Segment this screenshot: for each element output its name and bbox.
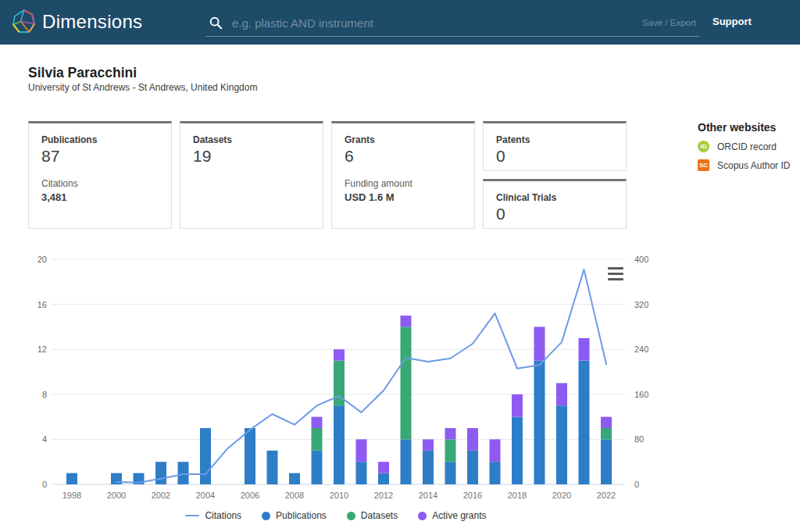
patents-label: Patents [496, 134, 613, 145]
bar-datasets-2013 [401, 327, 412, 439]
svg-text:2020: 2020 [552, 491, 571, 500]
bar-publications-2004 [200, 428, 211, 484]
stacked-bars[interactable] [66, 316, 612, 484]
bar-active-grants-2016 [467, 428, 478, 451]
clinical-trials-card: Clinical Trials 0 [483, 179, 627, 229]
bar-publications-2002 [155, 462, 166, 484]
researcher-affiliation: University of St Andrews - St Andrews, U… [28, 82, 257, 93]
bar-datasets-2009 [312, 428, 323, 451]
dot-swatch-publications [262, 512, 270, 520]
legend-label: Citations [205, 510, 241, 521]
svg-text:2002: 2002 [152, 491, 170, 500]
chart-menu-icon[interactable] [608, 267, 623, 280]
legend-label: Publications [276, 510, 327, 521]
grants-label: Grants [345, 134, 462, 145]
dimensions-profile-page: Dimensions Save / Export Support Silvia … [0, 0, 800, 532]
chart-legend: CitationsPublicationsDatasetsActive gran… [23, 510, 648, 521]
citations-count: 3,481 [41, 191, 159, 203]
bar-publications-2017 [490, 462, 501, 484]
save-export-link[interactable]: Save / Export [642, 18, 696, 27]
clinical-trials-count: 0 [496, 205, 613, 223]
bar-publications-2008 [289, 473, 300, 484]
publications-label: Publications [41, 134, 159, 145]
search-input[interactable] [232, 16, 642, 30]
bar-publications-1998 [66, 473, 77, 484]
svg-text:4: 4 [42, 434, 47, 444]
scopus-author-link[interactable]: SC Scopus Author ID [698, 159, 795, 171]
legend-item-datasets[interactable]: Datasets [347, 510, 398, 521]
bar-active-grants-2015 [445, 428, 456, 439]
bar-active-grants-2010 [334, 349, 345, 360]
dimensions-logo[interactable]: Dimensions [11, 9, 142, 34]
bar-publications-2016 [467, 451, 478, 484]
search-bar: Save / Export [205, 9, 699, 37]
svg-text:2000: 2000 [107, 491, 126, 500]
svg-text:20: 20 [38, 255, 47, 264]
bar-active-grants-2021 [579, 338, 590, 361]
svg-text:160: 160 [634, 390, 648, 399]
bar-publications-2006 [245, 428, 255, 484]
publications-card: Publications 87 Citations 3,481 [28, 121, 172, 229]
funding-label: Funding amount [345, 178, 462, 189]
scopus-icon: SC [698, 159, 709, 171]
combo-chart-svg: 0048081601224016320204001998200020022004… [23, 254, 648, 505]
bar-publications-2003 [178, 462, 189, 484]
bar-active-grants-2019 [534, 327, 545, 360]
bar-active-grants-2014 [423, 439, 434, 450]
svg-text:2008: 2008 [285, 491, 304, 500]
line-swatch-citations [185, 515, 199, 517]
dot-swatch-datasets [347, 512, 355, 520]
brand-name: Dimensions [42, 11, 142, 33]
svg-text:2014: 2014 [419, 491, 438, 500]
svg-text:2004: 2004 [196, 491, 215, 500]
x-axis-labels: 1998200020022004200620082010201220142016… [62, 491, 616, 500]
svg-text:16: 16 [38, 300, 47, 309]
svg-text:240: 240 [634, 345, 648, 354]
bar-publications-2009 [312, 451, 323, 484]
bar-publications-2014 [423, 451, 434, 484]
svg-text:0: 0 [634, 480, 639, 489]
research-output-chart: 0048081601224016320204001998200020022004… [23, 254, 648, 529]
svg-text:2016: 2016 [463, 491, 482, 500]
legend-label: Active grants [432, 510, 486, 521]
datasets-label: Datasets [193, 134, 310, 145]
svg-text:1998: 1998 [62, 491, 81, 500]
legend-item-publications[interactable]: Publications [262, 510, 327, 521]
legend-item-citations[interactable]: Citations [185, 510, 241, 521]
bar-publications-2015 [445, 462, 456, 484]
svg-text:2018: 2018 [508, 491, 527, 500]
orcid-icon: iD [698, 141, 709, 152]
bar-active-grants-2017 [490, 439, 501, 462]
svg-text:2006: 2006 [241, 491, 259, 500]
bar-publications-2019 [534, 361, 545, 484]
bar-publications-2007 [267, 451, 278, 484]
orcid-record-link[interactable]: iD ORCID record [698, 141, 795, 152]
svg-text:0: 0 [42, 480, 47, 489]
clinical-trials-label: Clinical Trials [496, 192, 613, 203]
svg-text:2022: 2022 [597, 491, 616, 500]
bar-active-grants-2011 [356, 439, 367, 462]
search-icon [209, 16, 223, 30]
support-link[interactable]: Support [712, 16, 752, 27]
svg-text:12: 12 [38, 345, 47, 354]
bar-publications-2010 [334, 405, 345, 484]
patents-count: 0 [496, 147, 613, 166]
dimensions-gem-logo-icon [11, 9, 37, 34]
bar-active-grants-2022 [601, 417, 612, 428]
svg-text:2012: 2012 [374, 491, 393, 500]
grants-count: 6 [345, 147, 462, 166]
patents-clinical-column: Patents 0 Clinical Trials 0 [483, 121, 627, 229]
svg-text:80: 80 [634, 434, 644, 444]
citations-label: Citations [41, 178, 159, 189]
dot-swatch-active-grants [418, 512, 427, 520]
bar-active-grants-2013 [401, 316, 412, 327]
bar-publications-2018 [512, 417, 523, 484]
researcher-name: Silvia Paracchini [28, 65, 137, 81]
bar-active-grants-2009 [312, 417, 323, 428]
legend-label: Datasets [361, 510, 398, 521]
bar-publications-2020 [556, 405, 567, 484]
bar-publications-2011 [356, 462, 367, 484]
legend-item-active-grants[interactable]: Active grants [418, 510, 486, 521]
bar-publications-2012 [378, 473, 389, 484]
datasets-count: 19 [193, 147, 310, 166]
